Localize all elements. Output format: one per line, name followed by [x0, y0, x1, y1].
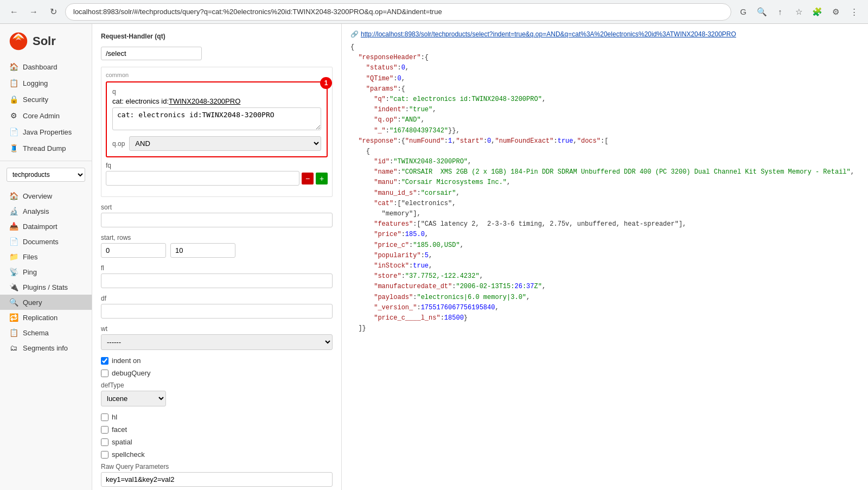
sidebar-item-thread-dump[interactable]: 🧵 Thread Dump	[0, 140, 92, 156]
common-label: common	[106, 72, 328, 78]
raw-params-input[interactable]	[101, 472, 333, 487]
back-button[interactable]: ←	[7, 4, 22, 20]
q-value-display: cat: electronics id:TWINX2048-3200PRO	[112, 97, 321, 105]
sidebar-item-query[interactable]: 🔍 Query	[0, 295, 92, 310]
sidebar-item-documents[interactable]: 📄 Documents	[0, 234, 92, 249]
q-textarea[interactable]: cat: electronics id:TWINX2048-3200PRO	[112, 107, 321, 130]
fq-input[interactable]	[106, 171, 299, 186]
df-input[interactable]	[101, 304, 333, 319]
dashboard-icon: 🏠	[9, 62, 18, 71]
main-content: Request-Handler (qt) common 1 q cat: ele…	[92, 24, 868, 490]
start-input[interactable]	[101, 243, 166, 258]
share-icon[interactable]: ↑	[773, 4, 788, 20]
core-admin-icon: ⚙	[9, 111, 18, 120]
indent-label: indent on	[112, 357, 141, 365]
sidebar-item-segments-info[interactable]: 🗂 Segments info	[0, 340, 92, 355]
spellcheck-row: spellcheck	[101, 450, 333, 459]
sidebar-divider	[0, 161, 92, 161]
wt-group: wt ------ json xml csv	[101, 325, 333, 350]
sidebar-item-dashboard[interactable]: 🏠 Dashboard	[0, 59, 92, 75]
menu-icon[interactable]: ⋮	[846, 4, 861, 20]
core-admin-label: Core Admin	[23, 112, 60, 120]
address-bar[interactable]: localhost:8983/solr/#/techproducts/query…	[65, 3, 731, 21]
fl-input[interactable]	[101, 273, 333, 288]
bookmark-icon[interactable]: ☆	[791, 4, 806, 20]
query-panel: Request-Handler (qt) common 1 q cat: ele…	[92, 24, 868, 490]
result-panel: 🔗 http://localhost:8983/solr/techproduct…	[342, 24, 868, 490]
core-selector[interactable]: techproducts	[7, 168, 85, 182]
sidebar-item-dataimport[interactable]: 📥 Dataimport	[0, 219, 92, 234]
spatial-label: spatial	[112, 438, 132, 446]
sidebar-item-plugins-stats[interactable]: 🔌 Plugins / Stats	[0, 279, 92, 295]
sort-input[interactable]	[101, 213, 333, 227]
extension-icon[interactable]: 🧩	[809, 4, 825, 20]
handler-group	[101, 47, 333, 60]
overview-icon: 🏠	[9, 192, 18, 200]
facet-label: facet	[112, 425, 127, 434]
hl-label: hl	[112, 413, 117, 421]
rows-input[interactable]	[170, 243, 235, 258]
spellcheck-checkbox[interactable]	[101, 451, 108, 459]
def-type-select[interactable]: lucene dismax edismax	[101, 391, 166, 406]
spellcheck-label: spellcheck	[112, 450, 145, 459]
solr-logo-icon	[9, 31, 28, 51]
sidebar-item-security[interactable]: 🔒 Security	[0, 91, 92, 107]
q-value-underline: TWINX2048-3200PRO	[169, 97, 240, 105]
start-rows-group: start, rows	[101, 234, 333, 258]
debug-query-checkbox[interactable]	[101, 370, 108, 377]
result-url-row: 🔗 http://localhost:8983/solr/techproduct…	[350, 30, 859, 38]
sidebar-item-files[interactable]: 📁 Files	[0, 249, 92, 264]
reload-button[interactable]: ↻	[46, 4, 61, 20]
sidebar-item-logging[interactable]: 📋 Logging	[0, 75, 92, 91]
ping-icon: 📡	[9, 268, 18, 276]
analysis-icon: 🔬	[9, 207, 18, 215]
start-rows-row	[101, 243, 333, 258]
handler-input[interactable]	[101, 47, 202, 60]
files-icon: 📁	[9, 252, 18, 261]
url-text: localhost:8983/solr/#/techproducts/query…	[73, 8, 442, 16]
google-icon[interactable]: G	[736, 4, 751, 20]
result-code-block: { "responseHeader":{ "status":0, "QTime"…	[350, 42, 859, 334]
fq-plus-button[interactable]: +	[316, 173, 328, 184]
debug-query-label: debugQuery	[112, 369, 151, 377]
df-label: df	[101, 295, 333, 302]
sidebar-item-ping[interactable]: 📡 Ping	[0, 264, 92, 279]
result-url-icon: 🔗	[350, 30, 359, 38]
schema-label: Schema	[23, 329, 49, 337]
def-type-label: defType	[101, 381, 333, 389]
handler-row: Request-Handler (qt)	[101, 33, 333, 40]
core-nav: 🏠 Overview 🔬 Analysis 📥 Dataimport 📄 Doc…	[0, 186, 92, 358]
app-container: Solr 🏠 Dashboard 📋 Logging 🔒 Security ⚙ …	[0, 24, 868, 490]
q-op-select[interactable]: AND OR	[129, 136, 321, 151]
wt-select[interactable]: ------ json xml csv	[101, 334, 333, 350]
facet-row: facet	[101, 425, 333, 434]
search-icon[interactable]: 🔍	[754, 4, 769, 20]
sort-label: sort	[101, 203, 333, 211]
settings-icon[interactable]: ⚙	[828, 4, 843, 20]
sidebar-item-replication[interactable]: 🔁 Replication	[0, 310, 92, 325]
sidebar-item-schema[interactable]: 📋 Schema	[0, 325, 92, 340]
spatial-checkbox[interactable]	[101, 438, 108, 446]
sidebar-item-core-admin[interactable]: ⚙ Core Admin	[0, 107, 92, 124]
files-label: Files	[23, 253, 37, 261]
q-op-label: q.op	[112, 140, 125, 148]
security-label: Security	[23, 96, 48, 104]
def-type-group: defType lucene dismax edismax	[101, 381, 333, 406]
query-icon: 🔍	[9, 298, 18, 307]
dataimport-label: Dataimport	[23, 222, 58, 231]
sort-group: sort	[101, 203, 333, 227]
logging-label: Logging	[23, 79, 48, 87]
debug-query-row: debugQuery	[101, 369, 333, 377]
sidebar-item-analysis[interactable]: 🔬 Analysis	[0, 203, 92, 219]
hl-checkbox[interactable]	[101, 413, 108, 421]
replication-icon: 🔁	[9, 313, 18, 322]
indent-checkbox[interactable]	[101, 357, 108, 365]
core-select[interactable]: techproducts	[7, 168, 85, 182]
forward-button[interactable]: →	[26, 4, 41, 20]
fq-minus-button[interactable]: −	[302, 173, 314, 184]
q-section: 1 q cat: electronics id:TWINX2048-3200PR…	[106, 81, 328, 157]
logging-icon: 📋	[9, 79, 18, 87]
facet-checkbox[interactable]	[101, 426, 108, 434]
sidebar-item-overview[interactable]: 🏠 Overview	[0, 188, 92, 203]
sidebar-item-java-properties[interactable]: 📄 Java Properties	[0, 124, 92, 140]
